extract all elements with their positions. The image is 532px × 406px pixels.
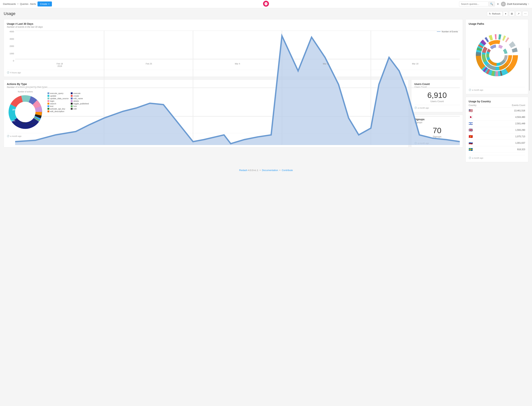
line-chart-card: Usage # Last 30 Days Number of events in… xyxy=(4,19,463,77)
table-row: 🇺🇸 13,461,516 xyxy=(469,108,525,114)
clock-icon: 🕐 xyxy=(7,135,9,137)
count-cell: 918,323 xyxy=(489,146,525,153)
table-row: 🇷🇺 1,001,637 xyxy=(469,140,525,146)
usage-paths-card: Usage Paths xyxy=(466,19,528,94)
usage-by-country-footer: 🕐 a month ago xyxy=(469,155,525,159)
avatar: ZK xyxy=(501,2,506,7)
page-title: Usage xyxy=(4,11,15,16)
flag-cell: 🇬🇧 xyxy=(469,127,489,133)
count-cell: 1,001,637 xyxy=(489,140,525,146)
separator-1: • xyxy=(260,169,261,172)
fullscreen-button[interactable]: ⊞ xyxy=(509,11,515,16)
left-column: Usage # Last 30 Days Number of events in… xyxy=(4,19,463,162)
flag-cell: 🇯🇵 xyxy=(469,114,489,120)
search-input[interactable] xyxy=(459,1,488,7)
refresh-button[interactable]: ↻ Refresh xyxy=(487,11,503,16)
user-menu[interactable]: ZK Zsolt Kocsmarszky ▾ xyxy=(501,2,529,7)
nav-alerts[interactable]: Alerts xyxy=(30,3,36,5)
toolbar: ↻ Refresh ▾ ⊞ ↗ ⋯ xyxy=(487,11,528,16)
clock-icon: 🕐 xyxy=(469,157,471,159)
refresh-dropdown-button[interactable]: ▾ xyxy=(503,11,508,16)
usage-paths-title: Usage Paths xyxy=(469,22,525,25)
flag-cell: 🇻🇳 xyxy=(469,133,489,140)
clock-icon: 🕐 xyxy=(469,89,471,91)
contribute-link[interactable]: Contribute xyxy=(282,169,293,172)
sunburst-chart xyxy=(469,26,525,85)
filter-icon[interactable]: ≡ xyxy=(497,2,499,6)
more-button[interactable]: ⋯ xyxy=(522,11,528,16)
count-cell: 4,504,480 xyxy=(489,114,525,120)
create-arrow-icon: ▾ xyxy=(48,3,49,5)
count-cell: 2,501,449 xyxy=(489,120,525,127)
table-row: 🇻🇳 1,075,713 xyxy=(469,133,525,140)
nav-right: 🔍 ≡ ZK Zsolt Kocsmarszky ▾ xyxy=(459,1,529,7)
count-cell: 1,593,290 xyxy=(489,127,525,133)
svg-point-1 xyxy=(265,4,266,4)
svg-point-2 xyxy=(266,4,267,4)
flag-cell: 🇮🇱 xyxy=(469,120,489,127)
flag-cell: 🇺🇸 xyxy=(469,108,489,114)
version-number: 4.0.0-rc.1 xyxy=(248,169,258,172)
share-button[interactable]: ↗ xyxy=(516,11,521,16)
create-button[interactable]: Create ▾ xyxy=(37,1,52,7)
count-cell: 13,461,516 xyxy=(489,108,525,114)
page-header: Usage ↻ Refresh ▾ ⊞ ↗ ⋯ xyxy=(4,11,528,16)
refresh-icon: ↻ xyxy=(489,12,491,15)
brand-link[interactable]: Redash xyxy=(239,169,248,172)
count-cell: 1,075,713 xyxy=(489,133,525,140)
page-content: Usage ↻ Refresh ▾ ⊞ ↗ ⋯ Usage # Last 30 … xyxy=(0,8,532,165)
usage-by-country-card: Usage by Country Country Events Count 🇺🇸… xyxy=(466,97,528,162)
line-chart-title: Usage # Last 30 Days xyxy=(7,22,460,25)
flag-cell: 🇷🇺 xyxy=(469,140,489,146)
dashboard-grid: Usage # Last 30 Days Number of events in… xyxy=(4,19,528,162)
line-chart-subtitle: Number of events in the last 30 days xyxy=(7,26,460,28)
clock-icon: 🕐 xyxy=(7,71,9,74)
user-menu-arrow-icon: ▾ xyxy=(528,3,529,5)
country-table: Country Events Count 🇺🇸 13,461,516 🇯🇵 4,… xyxy=(469,103,525,153)
pie-chart: Number of actions xyxy=(7,91,44,131)
pie-chart-svg xyxy=(7,94,44,130)
x-axis: Feb 182018 Feb 25 Mar 4 Mar 11 Mar 18 xyxy=(15,63,460,67)
navbar: Dashboards ▾ Queries Alerts Create ▾ 🔍 ≡… xyxy=(0,0,532,8)
y-axis: 4000 3000 2000 1000 0 xyxy=(7,30,15,62)
page-footer: Redash 4.0.0-rc.1 • Documentation • Cont… xyxy=(0,165,532,175)
col-events: Events Count xyxy=(489,103,525,108)
sunburst-svg xyxy=(471,28,523,83)
col-country: Country xyxy=(469,103,489,108)
line-chart: Number of Events 4000 3000 2000 1000 0 xyxy=(7,30,460,67)
table-row: 🇯🇵 4,504,480 xyxy=(469,114,525,120)
table-row: 🇸🇪 918,323 xyxy=(469,146,525,153)
documentation-link[interactable]: Documentation xyxy=(262,169,278,172)
usage-by-country-title: Usage by Country xyxy=(469,100,525,103)
user-name: Zsolt Kocsmarszky xyxy=(507,3,527,5)
usage-paths-footer: 🕐 a month ago xyxy=(469,87,525,91)
table-row: 🇬🇧 1,593,290 xyxy=(469,127,525,133)
nav-dashboards[interactable]: Dashboards xyxy=(3,3,16,5)
pie-center-label: Number of actions xyxy=(7,91,44,93)
brand-logo xyxy=(263,1,269,7)
svg-point-48 xyxy=(491,50,503,61)
search-button[interactable]: 🔍 xyxy=(488,1,495,7)
right-column: Usage Paths xyxy=(466,19,528,162)
nav-left: Dashboards ▾ Queries Alerts Create ▾ xyxy=(3,1,52,7)
flag-cell: 🇸🇪 xyxy=(469,146,489,153)
separator-2: • xyxy=(279,169,280,172)
table-row: 🇮🇱 2,501,449 xyxy=(469,120,525,127)
line-chart-svg xyxy=(15,30,460,145)
nav-queries[interactable]: Queries xyxy=(20,3,29,5)
svg-point-13 xyxy=(15,102,36,122)
